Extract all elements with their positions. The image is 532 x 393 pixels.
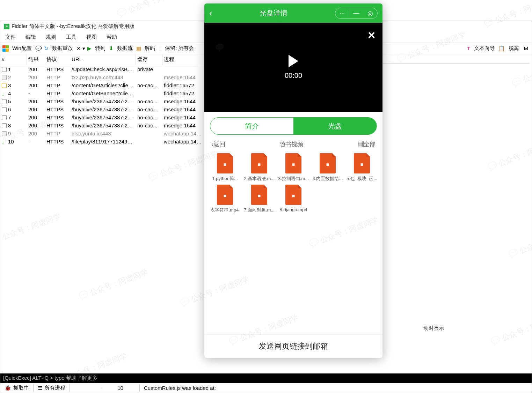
minimize-icon[interactable]: — [349, 9, 363, 17]
status-bar: 🐞抓取中 ☰所有进程 10 CustomRules.js was loaded … [0, 383, 532, 393]
more-button[interactable]: M [523, 45, 530, 52]
decode-button[interactable]: 解码 [143, 44, 156, 52]
fiddler-logo-icon: F [4, 24, 9, 29]
col-url[interactable]: URL [70, 54, 136, 65]
comment-icon[interactable]: 💬 [35, 45, 42, 52]
all-link[interactable]: ▦全部 [358, 140, 376, 148]
watermark: 公众号：阿虚同学 [116, 0, 188, 19]
video-file-icon [251, 185, 267, 205]
status-count: 10 [101, 384, 140, 392]
col-process[interactable]: 进程 [162, 54, 205, 65]
send-link-button[interactable]: 发送网页链接到邮箱 [204, 334, 382, 358]
doc-icon [2, 123, 7, 128]
stream-button[interactable]: 数据流 [116, 44, 134, 52]
grid-icon: ▦ [358, 141, 364, 148]
col-result[interactable]: 结果 [27, 54, 45, 65]
table-row[interactable]: 7200HTTPS/huyalive/2367547387-23...no-ca… [0, 113, 205, 121]
table-row[interactable]: 1200HTTPS/UpdateCheck.aspx?isBet...priva… [0, 65, 205, 73]
table-row[interactable]: 6200HTTPS/huyalive/2367547387-23...no-ca… [0, 105, 205, 113]
menu-item[interactable]: 文件 [4, 33, 17, 41]
table-row[interactable]: 4-HTTP/content/GetBanner?client...fiddle… [0, 89, 205, 97]
right-footer-text: 动时显示 [423, 325, 444, 332]
wechat-miniprogram: ‹ 光盘详情 ··· — ◎ ✕ 00:00 简介 光盘 ‹返回 随书视频 ▦全… [204, 3, 382, 358]
download-icon [2, 139, 7, 144]
table-row[interactable]: 9200HTTPdisc.yuntu.io:443wechatapp:14032 [0, 129, 205, 138]
js-icon [2, 83, 7, 88]
menu-item[interactable]: 编辑 [24, 33, 37, 41]
video-file[interactable]: 5.包_模块_函... [346, 153, 378, 182]
menu-item[interactable]: 工具 [65, 33, 78, 41]
status-allproc[interactable]: ☰所有进程 [34, 384, 70, 392]
video-file-icon [217, 153, 233, 173]
status-capturing[interactable]: 🐞抓取中 [0, 384, 34, 392]
back-icon[interactable]: ‹ [209, 8, 212, 18]
table-row[interactable]: 10-HTTPS/file/play/8119177112493...wecha… [0, 138, 205, 146]
menu-item[interactable]: 规则 [44, 33, 58, 41]
col-cache[interactable]: 缓存 [136, 54, 162, 65]
decode-icon: ▦ [136, 45, 141, 52]
table-row[interactable]: 5200HTTPS/huyalive/2367547387-23...no-ca… [0, 97, 205, 105]
file-grid: 1.python简...2.基本语法.m...3.控制语句.m...4.内置数据… [204, 148, 382, 218]
video-time: 00:00 [285, 72, 302, 80]
video-file[interactable]: 6.字符串.mp4 [209, 185, 241, 213]
remove-button[interactable]: ✕ ▾ [76, 45, 85, 52]
stream-icon: ⬇ [109, 45, 114, 52]
quickexec-bar[interactable]: [QuickExec] ALT+Q > type 帮助了解更多 [0, 373, 532, 383]
play-icon[interactable] [289, 55, 298, 67]
menu-item[interactable]: 视图 [85, 33, 98, 41]
download-icon [2, 91, 7, 96]
textwizard-button[interactable]: 文本向导 [473, 44, 496, 52]
doc-icon [2, 67, 7, 72]
video-file-icon [320, 153, 336, 173]
session-header: # 结果 协议 URL 缓存 进程 [0, 54, 205, 65]
target-icon[interactable]: ◎ [363, 9, 377, 17]
video-file-icon [217, 185, 233, 205]
video-file[interactable]: 3.控制语句.m... [278, 153, 309, 182]
doc-icon [2, 99, 7, 104]
detach-icon: 📋 [498, 45, 505, 52]
lock-icon [2, 75, 7, 80]
back-link[interactable]: ‹返回 [211, 140, 225, 148]
wx-capsule: ··· — ◎ [335, 8, 378, 19]
tab-disc[interactable]: 光盘 [293, 118, 377, 134]
table-row[interactable]: 2200HTTPtx2.p2p.huya.com:443msedge:1644 [0, 73, 205, 81]
video-file[interactable]: 4.内置数据结... [312, 153, 343, 182]
detach-button[interactable]: 脱离 [507, 44, 520, 52]
session-list: # 结果 协议 URL 缓存 进程 1200HTTPS/UpdateCheck.… [0, 54, 205, 373]
video-file-icon [251, 153, 267, 173]
goto-button[interactable]: 转到 [94, 44, 107, 52]
doc-icon [2, 107, 7, 112]
table-row[interactable]: 8200HTTPS/huyalive/2367547387-23...no-ca… [0, 121, 205, 129]
close-icon[interactable]: ✕ [367, 30, 376, 41]
winconfig-button[interactable]: Win配置 [11, 44, 33, 52]
video-player[interactable]: ✕ 00:00 [204, 23, 382, 112]
replay-button[interactable]: 数据重放 [51, 44, 74, 52]
category-label: 随书视频 [279, 140, 303, 148]
doc-icon [2, 115, 7, 120]
go-icon: ▶ [87, 45, 92, 52]
video-file[interactable]: 7.面向对象.m... [243, 185, 275, 213]
menu-item[interactable]: 帮助 [105, 33, 118, 41]
col-id[interactable]: # [0, 54, 27, 65]
window-title: Fiddler 简体中文版 --by:Ezrealik汉化 吾爱破解专用版 [12, 23, 134, 30]
status-msg: CustomRules.js was loaded at: [140, 384, 532, 392]
keep-button[interactable]: 保留: 所有会 [163, 44, 195, 52]
wx-subheader: ‹返回 随书视频 ▦全部 [204, 140, 382, 148]
video-file-icon [285, 185, 301, 205]
video-file[interactable]: 2.基本语法.m... [243, 153, 275, 182]
wx-title: 光盘详情 [260, 8, 287, 18]
col-protocol[interactable]: 协议 [45, 54, 70, 65]
replay-icon: ↻ [44, 45, 49, 52]
wx-tabs: 简介 光盘 [210, 117, 377, 135]
wx-header: ‹ 光盘详情 ··· — ◎ [204, 3, 382, 23]
windows-icon [2, 45, 9, 52]
textwizard-icon: T [467, 45, 470, 51]
tab-intro[interactable]: 简介 [210, 118, 293, 134]
video-file[interactable]: 1.python简... [209, 153, 241, 182]
menu-icon[interactable]: ··· [335, 9, 349, 17]
table-row[interactable]: 3200HTTP/content/GetArticles?clien...no-… [0, 81, 205, 89]
video-file-icon [285, 153, 301, 173]
video-file[interactable]: 8.django.mp4 [278, 185, 309, 213]
video-file-icon [354, 153, 370, 173]
lock-icon [2, 131, 7, 136]
